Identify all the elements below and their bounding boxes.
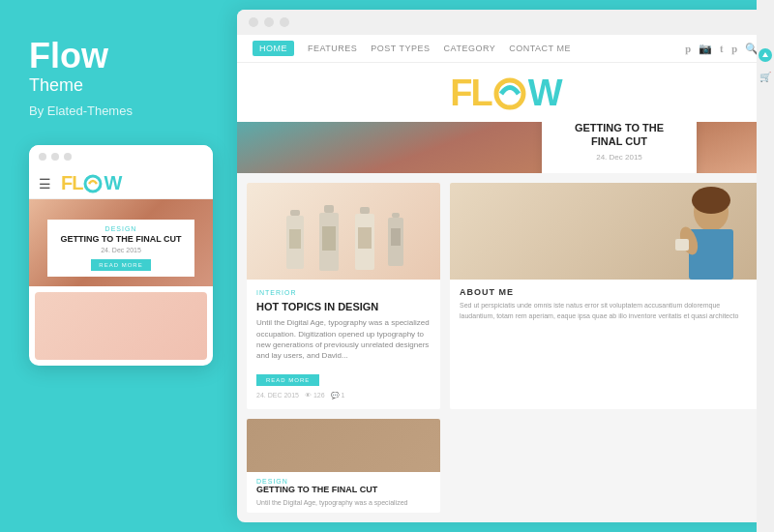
svg-point-15 <box>692 187 730 214</box>
svg-rect-8 <box>360 207 370 214</box>
article-excerpt: Until the Digital Age, typography was a … <box>256 317 431 361</box>
nav-features[interactable]: FEATURES <box>308 44 357 53</box>
chrome-dot-1 <box>249 17 258 27</box>
chrome-dot-2 <box>264 17 274 27</box>
article-content: INTERIOR HOT TOPICS IN DESIGN Until the … <box>247 280 440 409</box>
svg-point-0 <box>85 176 101 192</box>
twitter-icon[interactable]: 𝐭 <box>720 43 724 55</box>
content-grid: INTERIOR HOT TOPICS IN DESIGN Until the … <box>237 173 774 419</box>
pinterest2-icon[interactable]: 𝐩 <box>731 43 737 55</box>
mobile-hero-category: DESIGN <box>57 225 185 232</box>
mobile-logo: FL W <box>61 172 121 194</box>
svg-rect-7 <box>322 226 336 251</box>
pinterest-icon[interactable]: 𝐩 <box>685 43 691 55</box>
mobile-preview-bar <box>29 145 213 168</box>
logo-circle-icon <box>491 75 528 112</box>
svg-rect-5 <box>324 205 334 213</box>
about-content: ABOUT ME Sed ut perspiciatis unde omnis … <box>450 280 764 329</box>
hero-date: 24. Dec 2015 <box>559 153 679 162</box>
theme-subtitle: Theme <box>29 75 108 96</box>
hero-content-card: DESIGN GETTING TO THE FINAL CUT 24. Dec … <box>542 122 697 173</box>
logo-w-text: W <box>528 73 561 114</box>
article-read-more-button[interactable]: READ MORE <box>256 374 319 386</box>
second-row: DESIGN GETTING TO THE FINAL CUT Until th… <box>237 419 774 522</box>
article-image-bottles <box>247 183 440 280</box>
article-small-content: DESIGN GETTING TO THE FINAL CUT Until th… <box>247 472 440 513</box>
nav-home[interactable]: HOME <box>253 41 294 56</box>
svg-rect-13 <box>391 228 401 246</box>
nav-icons: 𝐩 📷 𝐭 𝐩 🔍 <box>685 43 759 55</box>
article-date: 24. DEC 2015 <box>256 392 299 399</box>
hamburger-icon: ☰ <box>39 176 51 192</box>
article-views: 👁 126 <box>305 392 325 399</box>
mobile-hero-image: DESIGN GETTING TO THE FINAL CUT 24. Dec … <box>29 199 213 286</box>
about-widget: ABOUT ME Sed ut perspiciatis unde omnis … <box>450 183 764 409</box>
about-title: ABOUT ME <box>460 287 755 297</box>
article-final-cut: DESIGN GETTING TO THE FINAL CUT Until th… <box>247 419 440 513</box>
hero-section: DESIGN GETTING TO THE FINAL CUT 24. Dec … <box>237 122 774 173</box>
svg-rect-11 <box>392 213 400 218</box>
person-illustration <box>450 183 764 280</box>
article-meta: 24. DEC 2015 👁 126 💬 1 <box>256 392 431 399</box>
website-logo-area: FL W <box>237 63 774 122</box>
instagram-icon[interactable]: 📷 <box>699 43 712 55</box>
article-small-image <box>247 419 440 472</box>
svg-rect-2 <box>290 210 300 216</box>
dot-2 <box>51 153 59 161</box>
mobile-hero-overlay: DESIGN GETTING TO THE FINAL CUT 24. Dec … <box>47 220 194 277</box>
scroll-up-icon[interactable] <box>759 48 772 62</box>
mobile-hero-title: GETTING TO THE FINAL CUT <box>57 234 185 245</box>
about-text: Sed ut perspiciatis unde omnis iste natu… <box>460 301 755 321</box>
bottles-illustration <box>271 186 416 278</box>
theme-name: Flow <box>29 39 108 74</box>
browser-chrome <box>237 10 774 35</box>
sidebar-title: Flow Theme <box>29 39 108 96</box>
nav-contact[interactable]: CONTACT ME <box>509 44 571 53</box>
website-logo: FL W <box>450 73 560 114</box>
website-preview: HOME FEATURES POST TYPES CATEGORY CONTAC… <box>237 10 774 522</box>
website-navbar: HOME FEATURES POST TYPES CATEGORY CONTAC… <box>237 35 774 63</box>
dot-1 <box>39 153 46 161</box>
nav-post-types[interactable]: POST TYPES <box>371 44 430 53</box>
article-small-title: GETTING TO THE FINAL CUT <box>256 485 431 495</box>
svg-rect-18 <box>675 239 689 251</box>
article-comments: 💬 1 <box>331 392 345 399</box>
theme-author: By Elated-Themes <box>29 103 133 118</box>
nav-category[interactable]: CATEGORY <box>444 44 496 53</box>
chrome-dot-3 <box>280 17 289 27</box>
svg-point-1 <box>496 80 523 107</box>
mobile-logo-w: W <box>104 172 121 194</box>
svg-rect-10 <box>358 227 372 249</box>
about-image <box>450 183 764 280</box>
svg-rect-4 <box>289 229 301 249</box>
sidebar: Flow Theme By Elated-Themes ☰ FL W DE <box>0 0 237 532</box>
article-small-excerpt: Until the Digital Age, typography was a … <box>256 498 431 507</box>
sidebar-icons: 🛒 <box>757 0 774 532</box>
article-small-category: DESIGN <box>256 478 431 485</box>
dot-3 <box>64 153 72 161</box>
logo-fl-text: FL <box>450 73 491 114</box>
mobile-logo-circle-icon <box>83 174 103 193</box>
article-title: HOT TOPICS IN DESIGN <box>256 300 431 313</box>
nav-links: HOME FEATURES POST TYPES CATEGORY CONTAC… <box>253 41 571 56</box>
mobile-hero-date: 24. Dec 2015 <box>57 247 185 253</box>
mobile-preview: ☰ FL W DESIGN GETTING TO THE FINAL CUT 2… <box>29 145 213 366</box>
website-content: HOME FEATURES POST TYPES CATEGORY CONTAC… <box>237 35 774 522</box>
browser-mockup: HOME FEATURES POST TYPES CATEGORY CONTAC… <box>237 0 774 532</box>
svg-marker-19 <box>762 52 768 57</box>
cart-icon[interactable]: 🛒 <box>759 70 772 83</box>
mobile-bottom-image <box>35 292 207 360</box>
article-hot-topics: INTERIOR HOT TOPICS IN DESIGN Until the … <box>247 183 440 409</box>
hero-title: GETTING TO THE FINAL CUT <box>559 122 679 148</box>
mobile-read-more-button[interactable]: READ MORE <box>91 259 150 271</box>
article-category: INTERIOR <box>256 289 431 296</box>
mobile-logo-fl: FL <box>61 172 82 194</box>
mobile-nav: ☰ FL W <box>29 168 213 199</box>
